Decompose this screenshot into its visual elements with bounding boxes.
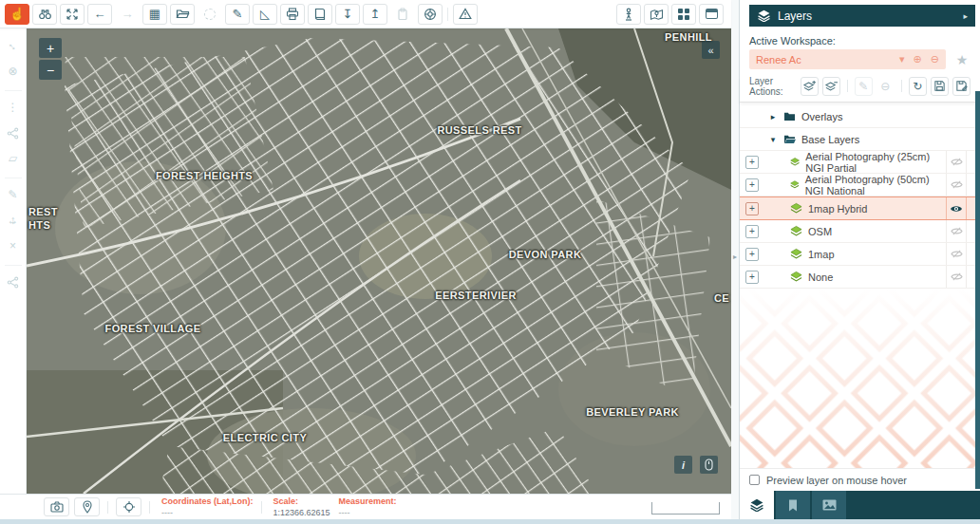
previous-view-button[interactable]: ← [87,4,112,25]
info-button[interactable]: i [674,456,692,474]
panel-scroll-strip[interactable] [975,91,980,489]
favorite-star-icon[interactable]: ★ [953,52,971,67]
visibility-toggle[interactable] [946,197,967,219]
mouse-icon [704,458,714,471]
tab-bookmarks[interactable] [776,491,810,519]
layer-row-1map[interactable]: + 1map [740,243,980,266]
layer-expand-button[interactable]: + [745,156,759,169]
remove-layers-button[interactable] [822,77,840,96]
warning-icon [459,8,472,20]
visibility-toggle[interactable] [946,243,967,265]
locate-on-map-button[interactable] [644,4,669,25]
layer-expand-button[interactable]: + [745,271,759,284]
tree-folder-overlays[interactable]: ▸ Overlays [740,105,980,128]
split-tool[interactable] [3,272,24,291]
grid-button[interactable]: ▦ [142,4,167,25]
collapse-panel-button[interactable]: « [702,41,720,59]
layer-expand-button[interactable]: + [745,202,759,215]
four-squares-icon [678,9,689,20]
clipboard-button[interactable] [390,4,415,25]
layer-row-aerial-50cm[interactable]: + Aerial Photography (50cm) NGI National [740,174,980,196]
layer-expand-button[interactable]: + [745,225,759,238]
pan-tool-button[interactable]: ☝ [5,4,29,25]
search-button[interactable] [32,4,57,25]
new-window-button[interactable] [699,4,724,25]
dropdown-caret-icon[interactable]: ▾ [899,53,905,66]
panel-resize-handle[interactable]: ▸ [731,249,739,264]
collapsed-caret-icon[interactable]: ▸ [768,112,778,122]
remove-workspace-icon[interactable]: ⊖ [931,53,939,66]
cancel-selection-tool[interactable]: ⊗ [3,62,24,81]
preview-hover-label: Preview layer on mouse hover [766,475,907,486]
basemap-gallery-button[interactable] [170,4,195,25]
polygon-select-tool[interactable]: ▱ [3,149,24,168]
add-layers-button[interactable] [801,77,819,96]
layers-panel-header[interactable]: Layers ▸ [749,5,975,27]
layer-row-aerial-25cm[interactable]: + Aerial Photography (25cm) NGI Partial [740,151,980,174]
folder-open-icon [783,134,796,144]
triangle-ruler-icon: ◺ [260,8,270,20]
add-workspace-icon[interactable]: ⊕ [914,53,922,66]
alerts-button[interactable] [453,4,478,25]
layer-expand-button[interactable]: + [745,248,759,261]
layers-minus-icon [824,80,839,92]
eye-off-icon [951,156,963,168]
x-icon: × [9,239,16,253]
preview-hover-checkbox[interactable] [749,475,760,485]
layer-expand-button[interactable]: + [745,178,759,192]
save-workspace-as-button[interactable] [952,77,971,96]
map-canvas[interactable]: PENHILL RUSSELS REST FOREST HEIGHTS DEVO… [27,28,731,494]
visibility-toggle[interactable] [946,174,967,196]
tab-layers[interactable] [740,491,774,519]
layer-row-none[interactable]: + None [740,266,980,289]
tree-folder-base-layers[interactable]: ▾ Base Layers [740,128,980,151]
measure-button[interactable]: ◺ [253,4,277,25]
street-view-button[interactable] [616,4,641,25]
report-button[interactable] [308,4,332,25]
workspace-select[interactable]: Renee Ac ▾ ⊕ ⊖ [749,49,946,69]
remove-circle-button[interactable]: ⊖ [876,77,895,96]
measure-segments-tool[interactable]: ⋮ [3,98,24,117]
download-button[interactable]: ↧ [335,4,360,25]
expanded-caret-icon[interactable]: ▾ [768,135,778,144]
visibility-toggle[interactable] [946,266,967,288]
resize-tool[interactable]: ↔ [3,36,24,55]
save-workspace-button[interactable] [931,77,949,96]
layer-row-1map-hybrid[interactable]: + 1map Hybrid [740,196,980,220]
measurement-label: Measurement: [339,496,397,506]
support-button[interactable] [418,4,443,25]
next-view-button[interactable]: → [115,4,140,25]
locate-button[interactable] [116,497,141,516]
layer-row-osm[interactable]: + OSM [740,220,980,243]
panel-expand-icon[interactable]: ▸ [963,11,968,21]
apps-grid-button[interactable] [671,4,696,25]
drop-pin-button[interactable] [74,497,100,516]
print-button[interactable] [280,4,305,25]
mouse-help-button[interactable] [700,456,718,474]
move-arrows-icon: ↔↕ [7,214,20,227]
upload-button[interactable]: ↥ [363,4,387,25]
top-toolbar: ☝ ← → ▦ ✎ ◺ ↧ ↥ [0,0,731,28]
edit-layer-button[interactable]: ✎ [855,77,873,96]
network-tool[interactable] [3,123,24,142]
tab-imagery[interactable] [812,491,846,519]
visibility-toggle[interactable] [946,151,967,173]
screenshot-button[interactable] [44,497,69,516]
draw-button[interactable]: ✎ [225,4,250,25]
edit-tool[interactable]: ✎ [3,185,24,204]
scale-bar [651,502,720,515]
zoom-out-button[interactable]: − [39,60,62,80]
zoom-extent-button[interactable] [60,4,85,25]
circle-select-button[interactable] [198,4,222,25]
refresh-layers-button[interactable]: ↻ [909,77,927,96]
move-tool[interactable]: ↔↕ [3,211,24,230]
layers-plus-icon [802,80,817,92]
place-label: REST [28,206,58,217]
delete-tool[interactable]: × [3,236,24,255]
visibility-toggle[interactable] [946,220,967,242]
map-region: ☝ ← → ▦ ✎ ◺ ↧ ↥ [0,0,731,519]
layer-label: 1map Hybrid [808,203,867,215]
place-label: EERSTERIVIER [435,290,517,301]
zoom-in-button[interactable]: + [39,38,62,58]
floppy-edit-icon [955,80,968,92]
